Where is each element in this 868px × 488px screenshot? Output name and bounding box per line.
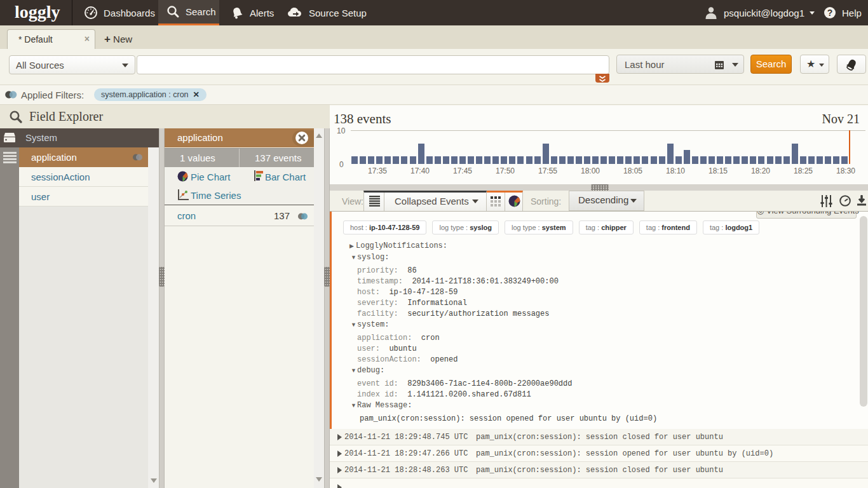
svg-text:?: ? [827, 8, 833, 18]
